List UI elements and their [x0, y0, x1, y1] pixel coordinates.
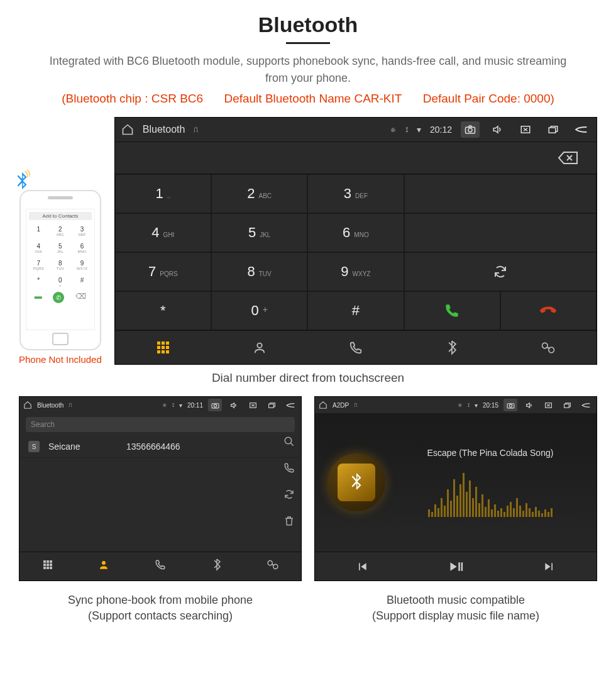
screenshot-button[interactable] — [503, 399, 517, 411]
dial-key-9[interactable]: 9WXYZ — [307, 252, 404, 291]
hangup-button[interactable] — [500, 291, 597, 330]
song-title: Escape (The Pina Colada Song) — [397, 448, 584, 458]
dial-key-3[interactable]: 3DEF — [307, 174, 404, 213]
refresh-icon[interactable] — [283, 489, 295, 500]
tab-bluetooth[interactable] — [189, 552, 245, 577]
tab-keypad[interactable] — [19, 552, 76, 577]
svg-point-1 — [468, 128, 472, 132]
dial-key-star[interactable]: * — [115, 291, 211, 330]
tab-calls[interactable] — [132, 552, 189, 577]
call-button[interactable] — [404, 291, 500, 330]
dial-key-2[interactable]: 2ABC — [211, 174, 307, 213]
backspace-button[interactable] — [558, 150, 579, 165]
dial-key-6[interactable]: 6MNO — [307, 213, 404, 252]
mus-status-bar: A2DP ⎍ ⨳ ⟟ ▾ 20:15 — [315, 397, 597, 413]
phone-key: 3DEF — [72, 224, 92, 238]
phone-record-icon: ▬ — [35, 292, 42, 303]
tab-devices[interactable] — [245, 552, 301, 577]
tab-contacts[interactable] — [76, 552, 133, 577]
volume-button[interactable] — [522, 399, 536, 411]
search-input[interactable]: Search — [26, 417, 295, 432]
svg-point-4 — [257, 343, 261, 347]
dial-empty[interactable] — [404, 213, 597, 252]
dial-key-8[interactable]: 8TUV — [211, 252, 307, 291]
dial-empty[interactable] — [404, 174, 597, 213]
phone-key: * — [29, 275, 48, 289]
wifi-icon: ▾ — [475, 402, 478, 409]
svg-rect-18 — [564, 404, 569, 408]
volume-button[interactable] — [227, 399, 241, 411]
recent-apps-button[interactable] — [265, 399, 278, 411]
recent-apps-button[interactable] — [544, 121, 563, 138]
phone-key: 7PQRS — [29, 258, 48, 272]
usb-icon: ⎍ — [194, 125, 198, 134]
close-app-button[interactable] — [516, 121, 535, 138]
album-art — [327, 453, 385, 511]
contact-row[interactable]: S Seicane 13566664466 — [19, 436, 301, 458]
tab-devices[interactable] — [500, 331, 597, 364]
redial-button[interactable] — [404, 252, 597, 291]
spec-line: (Bluetooth chip : CSR BC6 Default Blueto… — [19, 92, 597, 106]
dial-keypad: 1..2ABC3DEF4GHI5JKL6MNO7PQRS8TUV9WXYZ*0+… — [115, 174, 597, 330]
tab-bluetooth[interactable] — [404, 331, 500, 364]
contact-number: 13566664466 — [126, 441, 180, 452]
music-caption2: (Support display music file name) — [314, 609, 597, 623]
play-pause-button[interactable] — [409, 552, 502, 580]
recent-apps-button[interactable] — [560, 399, 574, 411]
svg-rect-3 — [549, 128, 556, 133]
close-app-button[interactable] — [246, 399, 260, 411]
tab-calls[interactable] — [307, 331, 404, 364]
back-button[interactable] — [579, 399, 593, 411]
bluetooth-icon — [15, 172, 29, 191]
phone-key: # — [72, 275, 92, 289]
screenshot-button[interactable] — [461, 121, 480, 138]
dial-key-5[interactable]: 5JKL — [211, 213, 307, 252]
back-button[interactable] — [283, 399, 297, 411]
mus-status-time: 20:15 — [483, 402, 498, 409]
svg-point-5 — [541, 342, 549, 349]
volume-button[interactable] — [488, 121, 507, 138]
dial-key-4[interactable]: 4GHI — [115, 213, 211, 252]
location-icon: ⟟ — [468, 402, 470, 409]
usb-icon: ⎍ — [69, 402, 72, 408]
status-title: Bluetooth — [143, 124, 185, 135]
phonebook-unit: Bluetooth ⎍ ⨳ ⟟ ▾ 20:11 Search S Se — [19, 396, 302, 581]
phone-key: 4GHI — [29, 241, 48, 255]
status-time: 20:12 — [430, 125, 452, 135]
svg-point-6 — [548, 346, 556, 353]
pb-status-time: 20:11 — [187, 402, 203, 409]
dial-key-7[interactable]: 7PQRS — [115, 252, 211, 291]
home-icon[interactable] — [121, 123, 134, 136]
page-description: Integrated with BC6 Bluetooth module, su… — [19, 53, 597, 87]
search-icon[interactable] — [283, 436, 295, 447]
spec-name: Default Bluetooth Name CAR-KIT — [224, 92, 402, 105]
screenshot-button[interactable] — [208, 399, 222, 411]
dial-display — [115, 142, 597, 174]
title-underline — [286, 42, 330, 44]
mobile-phone-mockup: Add to Contacts 12ABC3DEF4GHI5JKL6MNO7PQ… — [19, 190, 101, 350]
phonebook-caption2: (Support contacts searching) — [19, 609, 302, 623]
close-app-button[interactable] — [541, 399, 555, 411]
phone-key: 6MNO — [72, 241, 92, 255]
next-track-button[interactable] — [503, 552, 597, 580]
svg-point-16 — [509, 404, 512, 406]
phone-key: 9WXYZ — [72, 258, 92, 272]
dial-key-1[interactable]: 1.. — [115, 174, 211, 213]
phonebook-caption: Sync phone-book from mobile phone — [19, 594, 302, 607]
dialer-caption: Dial number direct from touchscreen — [19, 371, 597, 385]
tab-keypad[interactable] — [115, 331, 211, 364]
prev-track-button[interactable] — [315, 552, 409, 580]
bluetooth-status-icon: ⨳ — [389, 125, 397, 134]
home-icon[interactable] — [319, 401, 327, 409]
home-icon[interactable] — [23, 401, 32, 409]
back-button[interactable] — [571, 121, 590, 138]
delete-icon[interactable] — [283, 515, 295, 526]
phone-not-included-label: Phone Not Included — [19, 354, 102, 365]
call-icon[interactable] — [283, 462, 295, 474]
tab-contacts[interactable] — [211, 331, 307, 364]
wifi-icon: ▾ — [417, 125, 421, 135]
dial-key-hash[interactable]: # — [307, 291, 404, 330]
phone-key: 5JKL — [51, 241, 70, 255]
contact-name: Seicane — [48, 441, 118, 452]
dial-key-0[interactable]: 0+ — [211, 291, 307, 330]
